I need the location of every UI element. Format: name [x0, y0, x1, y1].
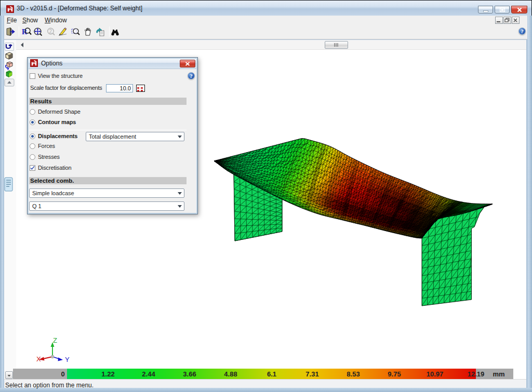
svg-text:Z: Z [53, 336, 57, 344]
svg-text:Y: Y [65, 356, 70, 363]
svg-text:X: X [36, 355, 41, 363]
